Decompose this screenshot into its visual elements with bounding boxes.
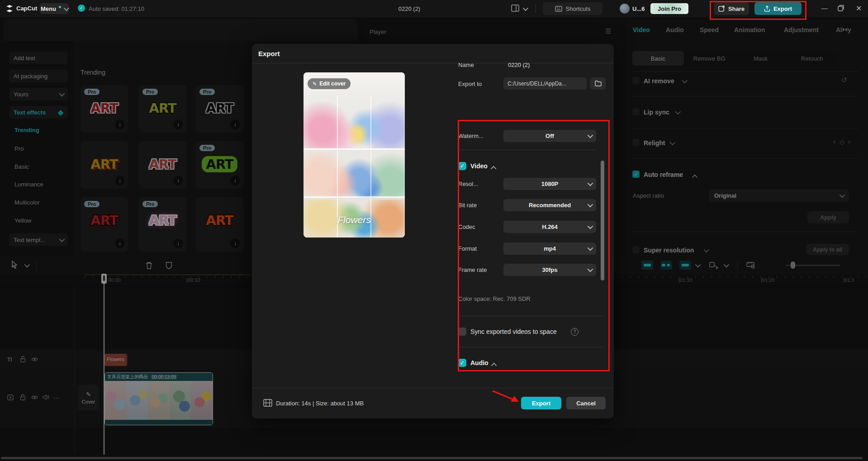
export-path-field[interactable]: C:/Users/DELL/AppDa...	[503, 77, 587, 90]
user-label: U...6	[632, 5, 645, 12]
browse-folder-button[interactable]	[590, 77, 606, 90]
export-to-label: Export to	[458, 81, 482, 87]
divider	[252, 63, 614, 63]
autosave-status: Auto saved: 01:27:10	[89, 5, 144, 12]
duration-size-info: Duration: 14s | Size: about 13 MB	[276, 400, 364, 407]
avatar[interactable]	[620, 4, 630, 14]
name-value[interactable]: 0220 (2)	[508, 62, 530, 68]
cancel-button[interactable]: Cancel	[566, 397, 606, 409]
annotation-box-share-export	[710, 1, 806, 20]
chevron-down-icon	[64, 5, 70, 11]
name-label: Name	[458, 62, 474, 68]
annotation-box-settings	[458, 120, 610, 371]
close-button[interactable]: ✕	[856, 4, 862, 13]
app-title: CapCut	[16, 5, 37, 12]
shortcuts-label: Shortcuts	[566, 5, 591, 12]
menu-button[interactable]: Menu	[40, 3, 69, 14]
join-pro-button[interactable]: Join Pro	[650, 3, 688, 14]
cover-caption: Flowers	[304, 214, 405, 225]
menu-dot	[59, 6, 61, 8]
layout-icon[interactable]	[511, 5, 519, 12]
film-icon	[263, 399, 272, 407]
dialog-title: Export	[258, 50, 280, 57]
maximize-button[interactable]	[838, 5, 844, 11]
project-title: 0220 (2)	[375, 5, 443, 12]
export-confirm-button[interactable]: Export	[521, 397, 561, 409]
edit-cover-button[interactable]: ✎ Edit cover	[308, 78, 351, 89]
capcut-window: CapCut Menu ✓ Auto saved: 01:27:10 0220 …	[0, 0, 868, 461]
minimize-button[interactable]: —	[821, 5, 828, 12]
folder-icon	[595, 81, 602, 86]
shortcuts-icon	[555, 6, 562, 12]
menu-label: Menu	[41, 5, 56, 12]
join-pro-label: Join Pro	[658, 5, 681, 12]
divider	[536, 4, 536, 13]
layout-chevron-icon[interactable]	[523, 5, 529, 11]
capcut-logo-icon	[5, 5, 14, 13]
edit-cover-label: Edit cover	[319, 81, 346, 87]
cover-preview: Flowers ✎ Edit cover	[304, 72, 405, 238]
edit-icon: ✎	[313, 81, 317, 87]
divider	[252, 388, 614, 388]
autosave-check-icon: ✓	[78, 5, 85, 12]
export-path-value: C:/Users/DELL/AppDa...	[508, 81, 566, 87]
annotation-arrow	[491, 388, 522, 406]
shortcuts-button[interactable]: Shortcuts	[543, 2, 602, 15]
